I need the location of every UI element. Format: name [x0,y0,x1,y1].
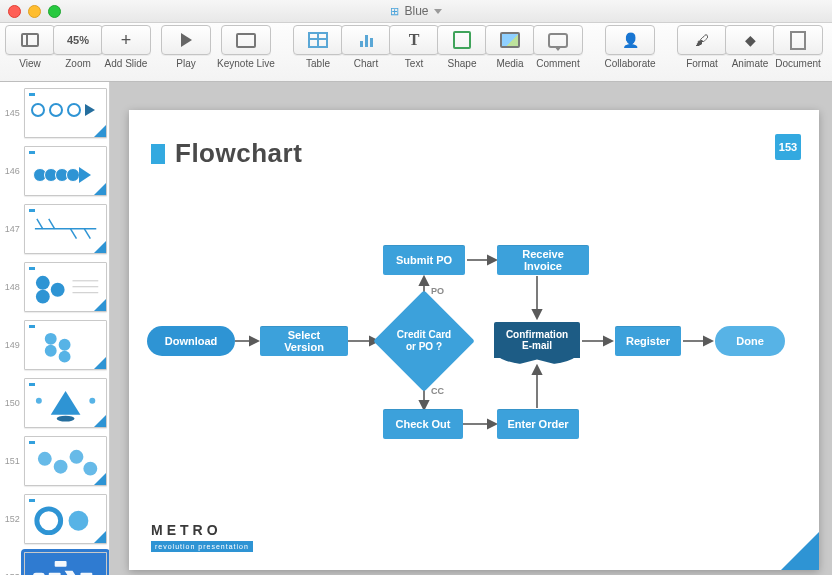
svg-rect-29 [55,561,67,567]
svg-point-14 [58,351,70,363]
decision-label-po: PO [431,286,444,296]
zoom-value: 45% [67,34,89,46]
insert-shape-button[interactable]: Shape [438,25,486,69]
brand-tagline: revolution presentation [151,541,253,552]
view-button[interactable]: View [6,25,54,69]
slide-navigator[interactable]: 145 146 147 148 149 150 [0,82,110,575]
insert-chart-button[interactable]: Chart [342,25,390,69]
insert-table-button[interactable]: Table [294,25,342,69]
shape-icon [453,31,471,49]
keynote-live-button[interactable]: Keynote Live [210,25,282,69]
zoom-button[interactable]: 45% Zoom [54,25,102,69]
svg-point-13 [45,345,57,357]
brand-footer: METRO revolution presentation [151,522,253,552]
collaborate-button[interactable]: 👤 Collaborate [594,25,666,69]
svg-point-18 [89,398,95,404]
node-decision[interactable]: Credit Card or PO ? [388,305,460,377]
node-submit-po[interactable]: Submit PO [383,245,465,275]
svg-line-3 [70,229,76,239]
node-check-out[interactable]: Check Out [383,409,463,439]
insert-comment-button[interactable]: Comment [534,25,582,69]
flowchart[interactable]: Download Select Version Credit Card or P… [129,110,819,570]
slide-thumb[interactable]: 147 [2,204,107,254]
svg-point-16 [56,416,74,422]
document-type-icon: ⊞ [390,5,399,18]
animate-inspector-button[interactable]: ◆ Animate [726,25,774,69]
document-inspector-button[interactable]: Document [774,25,822,69]
node-enter-order[interactable]: Enter Order [497,409,579,439]
format-icon: 🖌 [695,32,709,48]
slide-thumb[interactable]: 152 [2,494,107,544]
svg-line-2 [49,219,55,229]
text-icon: T [409,31,420,49]
svg-marker-27 [64,571,76,575]
play-icon [181,33,192,47]
svg-point-20 [54,460,68,474]
add-slide-button[interactable]: + Add Slide [102,25,150,69]
animate-icon: ◆ [745,32,756,48]
slide-corner-accent [781,532,819,570]
node-download[interactable]: Download [147,326,235,356]
svg-point-5 [36,276,50,290]
slide-thumb[interactable]: 146 [2,146,107,196]
slide-thumb[interactable]: 145 [2,88,107,138]
comment-icon [548,33,568,48]
document-icon [790,31,806,50]
format-inspector-button[interactable]: 🖌 Format [678,25,726,69]
svg-line-1 [37,219,43,229]
brand-name: METRO [151,522,253,538]
svg-point-23 [37,509,61,533]
node-register[interactable]: Register [615,326,681,356]
svg-point-21 [69,450,83,464]
chart-icon [360,33,373,47]
slide[interactable]: Flowchart 153 [129,110,819,570]
svg-point-12 [58,339,70,351]
slide-thumb[interactable]: 153 [2,552,107,575]
document-title[interactable]: ⊞ Blue [0,4,832,18]
svg-marker-15 [51,391,81,415]
node-receive-invoice[interactable]: Receive Invoice [497,245,589,275]
slide-canvas-area[interactable]: Flowchart 153 [110,82,832,575]
toolbar: View 45% Zoom + Add Slide Play Keynote L… [0,23,832,82]
node-select-version[interactable]: Select Version [260,326,348,356]
play-button[interactable]: Play [162,25,210,69]
svg-point-19 [38,452,52,466]
broadcast-icon [236,33,256,48]
document-title-text: Blue [404,4,428,18]
decision-label-cc: CC [431,386,444,396]
window-titlebar: ⊞ Blue [0,0,832,23]
chevron-down-icon [434,9,442,14]
table-icon [308,32,328,48]
svg-point-17 [36,398,42,404]
slide-thumb[interactable]: 150 [2,378,107,428]
slide-thumb[interactable]: 151 [2,436,107,486]
collaborate-icon: 👤 [622,32,639,48]
media-icon [500,32,520,48]
node-done[interactable]: Done [715,326,785,356]
svg-point-7 [51,283,65,297]
insert-text-button[interactable]: T Text [390,25,438,69]
svg-point-6 [36,290,50,304]
view-icon [21,33,39,47]
slide-thumb[interactable]: 148 [2,262,107,312]
slide-thumb[interactable]: 149 [2,320,107,370]
node-confirmation-email[interactable]: Confirmation E-mail [494,322,580,358]
svg-point-24 [68,511,88,531]
plus-icon: + [121,31,132,49]
svg-line-4 [84,229,90,239]
svg-point-11 [45,333,57,345]
insert-media-button[interactable]: Media [486,25,534,69]
